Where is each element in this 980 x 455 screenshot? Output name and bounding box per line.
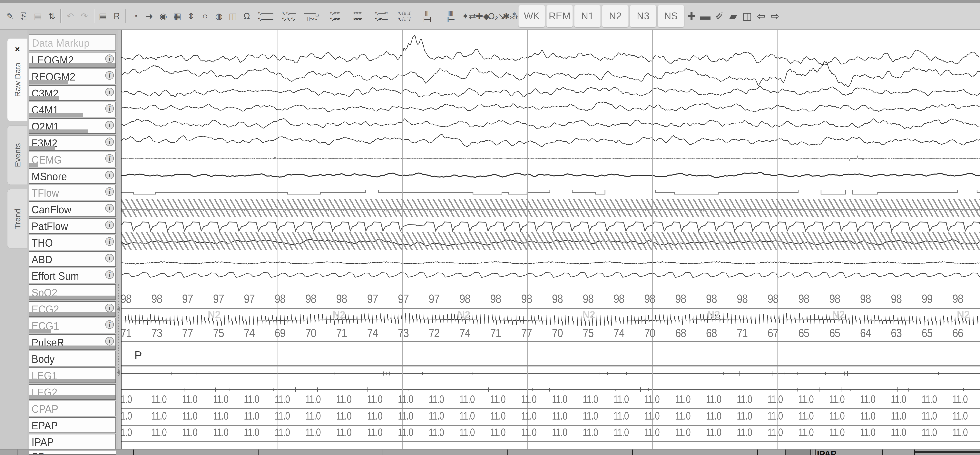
channel-label-cemg[interactable]: CEMGi bbox=[29, 152, 116, 167]
channel-info-icon[interactable]: i bbox=[105, 220, 114, 229]
channel-label-patflow[interactable]: PatFlowi bbox=[29, 218, 116, 234]
stage-button-n3[interactable]: N3 bbox=[630, 5, 656, 27]
mini-scrollbar[interactable] bbox=[118, 284, 119, 379]
channel-label-leg2[interactable]: LEG2 bbox=[29, 384, 116, 400]
channel-label-pulser[interactable]: PulseRi bbox=[29, 335, 116, 350]
channel-label-spo2[interactable]: SpO2 bbox=[29, 284, 116, 300]
channel-label-c4m1[interactable]: C4M1i bbox=[29, 101, 116, 117]
channel-label-leogm2[interactable]: LEOGM2i bbox=[29, 52, 116, 68]
wave-mixed-icon[interactable]: ∿≈≈∿≈≈ bbox=[324, 9, 345, 23]
refresh-icon[interactable]: ⇅ bbox=[46, 10, 58, 22]
channel-info-icon[interactable]: i bbox=[105, 237, 114, 246]
channel-label-ecg1[interactable]: ECG1i bbox=[29, 318, 116, 333]
bottom-strip-line bbox=[133, 450, 134, 455]
open-study-icon[interactable]: ⎘ bbox=[18, 10, 30, 22]
channel-info-icon[interactable]: i bbox=[105, 54, 114, 63]
channel-label-ecg2[interactable]: ECG2i bbox=[29, 301, 116, 317]
tab-raw-data-label: Raw Data bbox=[13, 62, 22, 97]
scroll-up-arrow-icon[interactable] bbox=[117, 307, 119, 311]
wave-dash-icon[interactable]: ∿—≈∿≈— bbox=[370, 9, 391, 23]
wave-light-icon[interactable]: ≈≈≈≈≈≈ bbox=[347, 9, 368, 23]
undo-icon[interactable]: ↶ bbox=[64, 10, 76, 22]
channel-label-effort-sum[interactable]: Effort Sumi bbox=[29, 268, 116, 284]
wave-split-icon[interactable]: ∿——∿—— bbox=[255, 9, 276, 23]
tab-trend[interactable]: Trend bbox=[7, 189, 28, 249]
channel-label-leg1[interactable]: LEG1 bbox=[29, 368, 116, 383]
channel-info-icon[interactable]: i bbox=[105, 204, 114, 212]
bulb-on-icon[interactable]: ◍ bbox=[213, 10, 225, 22]
wave-flat-icon[interactable]: ——␣⎍∿∿ bbox=[301, 9, 322, 23]
channel-info-icon[interactable]: i bbox=[105, 337, 114, 346]
new-note-icon[interactable]: ✎ bbox=[4, 10, 16, 22]
pulse-value-row-value: 64 bbox=[860, 326, 871, 340]
channel-label-epap[interactable]: EPAP bbox=[29, 417, 116, 433]
forward-icon[interactable]: ⇨ bbox=[769, 10, 781, 22]
epap-value-row-value: 11.0 bbox=[737, 409, 752, 422]
close-icon[interactable]: × bbox=[15, 44, 20, 54]
channel-info-icon[interactable]: i bbox=[105, 121, 114, 130]
spike-icon[interactable]: |||||—| bbox=[417, 9, 438, 23]
clock-icon[interactable]: ◔ bbox=[129, 10, 142, 22]
channel-label-c3m2[interactable]: C3M2i bbox=[29, 85, 116, 101]
rx-icon[interactable]: R bbox=[111, 10, 123, 22]
channel-info-icon[interactable]: i bbox=[105, 138, 114, 146]
channel-label-ipap[interactable]: IPAP bbox=[29, 434, 116, 450]
scrollbar-thumb[interactable] bbox=[785, 450, 811, 455]
back-icon[interactable]: ⇦ bbox=[755, 10, 767, 22]
channel-label-cpap[interactable]: CPAP bbox=[29, 401, 116, 416]
channel-info-icon[interactable]: i bbox=[105, 71, 114, 80]
panel-icon[interactable]: ◫ bbox=[227, 10, 239, 22]
resp-event-icon[interactable]: ✱⁂ bbox=[504, 10, 517, 22]
stage-button-n1[interactable]: N1 bbox=[574, 5, 601, 27]
channel-info-icon[interactable]: i bbox=[105, 254, 114, 262]
channel-info-icon[interactable]: i bbox=[105, 187, 114, 196]
channel-label-tflow[interactable]: TFlowi bbox=[29, 185, 116, 200]
channel-info-icon[interactable]: i bbox=[105, 154, 114, 163]
channel-label-body[interactable]: Body bbox=[29, 351, 116, 366]
pulse-value-row-value: 68 bbox=[706, 326, 717, 340]
minus-icon[interactable]: ▬ bbox=[699, 10, 711, 22]
eraser-icon[interactable]: ▰ bbox=[727, 10, 739, 22]
window-icon[interactable]: ◫ bbox=[741, 10, 753, 22]
o2-drop-icon[interactable]: O₂↘ bbox=[491, 10, 503, 22]
channel-info-icon[interactable]: i bbox=[105, 304, 114, 312]
wave-pair-icon[interactable]: ∿∿—∿∿∿ bbox=[278, 9, 299, 23]
channel-info-icon[interactable]: i bbox=[105, 88, 114, 97]
sort-icon[interactable]: ⇕ bbox=[185, 10, 197, 22]
channel-info-icon[interactable]: i bbox=[105, 171, 114, 179]
plus-icon[interactable]: ✚ bbox=[686, 10, 698, 22]
stage-button-n2[interactable]: N2 bbox=[602, 5, 628, 27]
channel-info-icon[interactable]: i bbox=[105, 104, 114, 113]
pencil-icon[interactable]: ✐ bbox=[713, 10, 725, 22]
goto-icon[interactable]: ➜ bbox=[143, 10, 156, 22]
gauge-icon[interactable]: ◉ bbox=[157, 10, 169, 22]
event-plus-icon[interactable]: ✚◆ bbox=[477, 10, 489, 22]
channel-label-o2m1[interactable]: O2M1i bbox=[29, 118, 116, 134]
channel-info-icon[interactable]: i bbox=[105, 320, 114, 329]
stage-button-wk[interactable]: WK bbox=[519, 5, 545, 27]
waveform-area[interactable]: 9898979797989898979797989898989898989898… bbox=[121, 30, 980, 455]
data-markup-input[interactable]: Data Markup bbox=[29, 34, 116, 51]
channel-label-f3m2[interactable]: F3M2i bbox=[29, 135, 116, 151]
stage-button-rem[interactable]: REM bbox=[546, 5, 573, 27]
channel-label-reogm2[interactable]: REOGM2i bbox=[29, 68, 116, 84]
bulb-off-icon[interactable]: ○ bbox=[199, 10, 211, 22]
ipap-value-row-value: 11.0 bbox=[521, 426, 536, 439]
stage-button-ns[interactable]: NS bbox=[657, 5, 684, 27]
tab-events[interactable]: Events bbox=[7, 125, 28, 185]
scroll-down-arrow-icon[interactable] bbox=[117, 370, 119, 375]
spike-dense-icon[interactable]: |||||||— bbox=[440, 9, 461, 23]
save-icon[interactable]: ▤ bbox=[32, 10, 44, 22]
redo-icon[interactable]: ↷ bbox=[78, 10, 91, 22]
report-icon[interactable]: ▤ bbox=[97, 10, 109, 22]
channel-label-abd[interactable]: ABDi bbox=[29, 251, 116, 267]
balloon-icon[interactable]: Ω bbox=[241, 10, 253, 22]
channel-label-msnore[interactable]: MSnorei bbox=[29, 168, 116, 184]
wave-double-icon[interactable]: ∿≋≋∿≋≋ bbox=[393, 9, 415, 23]
channel-info-icon[interactable]: i bbox=[105, 270, 114, 279]
channel-label-canflow[interactable]: CanFlowi bbox=[29, 201, 116, 217]
event-arrows-icon[interactable]: ✦⇄ bbox=[463, 10, 475, 22]
channel-label-tho[interactable]: THOi bbox=[29, 235, 116, 250]
table-icon[interactable]: ▦ bbox=[171, 10, 183, 22]
ipap-value-row-value: 11.0 bbox=[860, 426, 875, 439]
